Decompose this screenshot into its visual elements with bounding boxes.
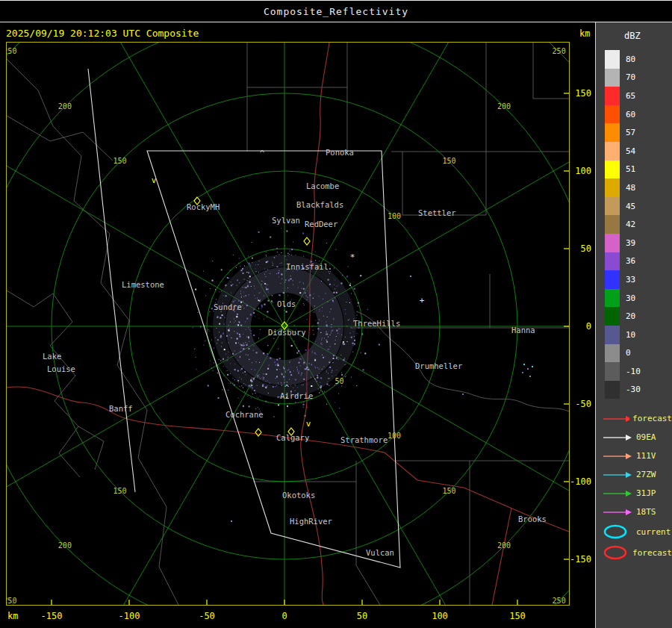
city-labels: PonokaLacombeBlackfaldsRedDeerSylvanRock… — [43, 148, 547, 557]
radar-application-window: Composite_Reflectivity 2025/09/19 20:12:… — [0, 0, 672, 628]
city-label-ponoka: Ponoka — [326, 148, 354, 157]
city-label-rockymh: RockyMH — [187, 202, 220, 211]
dbz-value-label: 65 — [626, 91, 635, 101]
storm-ellipse-icon — [602, 523, 633, 540]
right-axis-label: -150 — [569, 554, 591, 565]
ring-label: 150 — [443, 157, 456, 165]
dbz-scale-row: 39 — [596, 234, 672, 252]
legend-panel: dBZ 807065605754514845423936333020100-10… — [595, 22, 672, 628]
track-label: 31JP — [636, 488, 656, 498]
range-radials — [7, 43, 569, 605]
dbz-scale-row: 20 — [596, 307, 672, 326]
radar-map-viewport[interactable]: 1502002501001502002501502002505010015020… — [6, 42, 570, 606]
dbz-scale-row: 48 — [596, 178, 672, 197]
city-label-sylvan: Sylvan — [272, 216, 300, 225]
track-label: 09EA — [636, 432, 656, 442]
track-label: forecast — [632, 414, 672, 423]
dbz-swatch — [605, 123, 620, 142]
city-label-limestone: Limestone — [122, 280, 164, 289]
track-legend-row: 111V — [596, 447, 672, 465]
storm-track-legend: forecast09EA111V27ZW31JP18TS — [596, 409, 672, 521]
track-legend-row: 31JP — [596, 484, 672, 503]
city-label-reddeer: RedDeer — [305, 220, 337, 228]
dbz-value-label: 48 — [626, 183, 635, 193]
right-axis-unit-label: km — [579, 28, 590, 39]
city-label-vulcan: Vulcan — [366, 548, 394, 557]
dbz-value-label: 39 — [626, 238, 635, 248]
storm-ellipse-icon — [602, 544, 629, 561]
shape-label: forecast — [632, 548, 672, 558]
dbz-swatch — [605, 87, 620, 105]
dbz-value-label: 33 — [626, 275, 635, 285]
highway-lines — [7, 43, 569, 605]
echo-speck — [522, 372, 523, 373]
timestamp-label: 2025/09/19 20:12:03 UTC Composite — [6, 28, 199, 39]
shape-label: current — [636, 527, 671, 537]
city-label-blackfalds: Blackfalds — [296, 200, 343, 209]
ring-label: 250 — [553, 47, 566, 55]
shape-legend-row: current — [596, 521, 672, 542]
dbz-scale-row: 33 — [596, 270, 672, 289]
bottom-axis-label: 50 — [357, 611, 367, 621]
storm-shape-legend: currentforecast — [596, 521, 672, 563]
bottom-axis-unit: km — [7, 611, 18, 621]
ring-label: 150 — [113, 157, 126, 165]
bottom-axis-label: 0 — [281, 611, 287, 621]
ring-label: 150 — [443, 487, 456, 495]
city-label-cochrane: Cochrane — [225, 410, 264, 419]
dbz-swatch — [605, 105, 620, 124]
dbz-swatch — [605, 197, 620, 216]
window-title: Composite_Reflectivity — [264, 6, 408, 17]
range-rings — [7, 43, 569, 605]
dbz-scale-row: -30 — [596, 381, 672, 400]
dbz-value-label: -10 — [626, 367, 641, 376]
city-label-brooks: Brooks — [518, 514, 547, 523]
bottom-axis-label: -150 — [41, 611, 63, 621]
dbz-scale-row: 54 — [596, 142, 672, 161]
dbz-swatch — [605, 270, 620, 289]
dbz-color-scale: 807065605754514845423936333020100-10-30 — [596, 50, 672, 399]
dbz-scale-row: 10 — [596, 326, 672, 344]
range-ring-250 — [7, 43, 569, 605]
map-marker: ^ — [260, 149, 265, 158]
range-ring-labels: 1502002501001502002501502002505010015020… — [7, 47, 566, 604]
ring-label: 200 — [497, 541, 511, 550]
dbz-value-label: 80 — [626, 55, 635, 64]
dbz-swatch — [605, 69, 620, 87]
right-axis-label: -50 — [569, 399, 591, 409]
bottom-axis-label: 150 — [509, 611, 526, 621]
dbz-value-label: 42 — [626, 220, 635, 229]
city-label-highriver: HighRiver — [290, 517, 332, 526]
track-legend-row: forecast — [596, 409, 672, 428]
dbz-value-label: 36 — [626, 256, 635, 266]
dbz-scale-row: 42 — [596, 215, 672, 234]
map-marker: v — [152, 175, 157, 185]
ring-label: 250 — [7, 597, 16, 605]
radar-map-canvas[interactable]: 1502002501001502002501502002505010015020… — [7, 43, 569, 605]
dbz-value-label: 20 — [626, 311, 635, 321]
dbz-swatch — [605, 252, 620, 271]
dbz-value-label: 70 — [626, 72, 635, 82]
dbz-scale-row: 80 — [596, 50, 672, 69]
city-label-strathmore: Strathmore — [340, 435, 388, 444]
dbz-scale-title: dBZ — [624, 31, 641, 41]
right-axis-label: 150 — [569, 88, 591, 99]
map-marker: * — [350, 252, 355, 262]
dbz-scale-row: 30 — [596, 289, 672, 308]
dbz-swatch — [605, 289, 620, 308]
track-arrow-icon — [602, 471, 633, 479]
dbz-swatch — [605, 142, 620, 161]
echo-speck — [527, 368, 529, 370]
right-axis-label: 100 — [569, 166, 591, 176]
city-label-olds: Olds — [277, 299, 296, 308]
shape-legend-row: forecast — [596, 542, 672, 563]
track-legend-row: 18TS — [596, 503, 672, 521]
dbz-swatch — [605, 362, 620, 381]
track-label: 111V — [636, 451, 656, 461]
track-legend-row: 27ZW — [596, 465, 672, 484]
dbz-swatch — [605, 307, 620, 326]
dbz-scale-row: 57 — [596, 123, 672, 142]
city-label-stettler: Stettler — [418, 208, 456, 217]
dbz-value-label: 54 — [626, 146, 635, 156]
dbz-swatch — [605, 178, 620, 197]
